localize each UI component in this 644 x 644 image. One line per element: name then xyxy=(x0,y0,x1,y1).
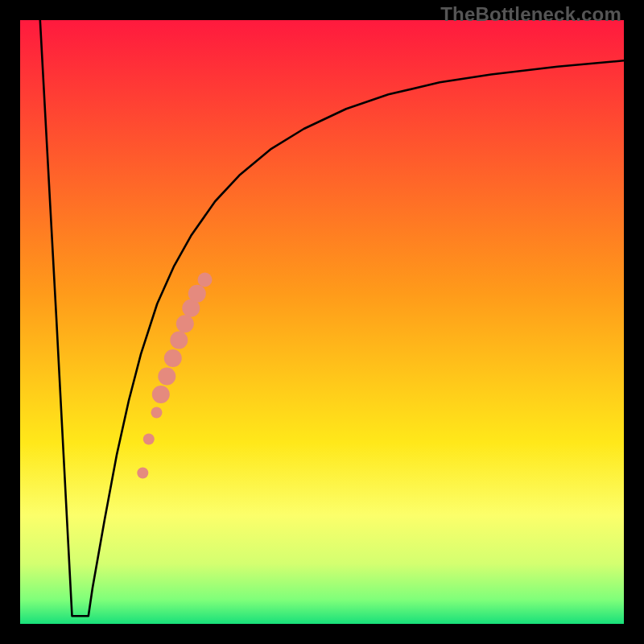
svg-point-4 xyxy=(152,386,170,403)
svg-point-1 xyxy=(137,468,148,479)
chart-stage: TheBottleneck.com xyxy=(0,0,644,644)
watermark-text: TheBottleneck.com xyxy=(440,3,621,26)
svg-point-6 xyxy=(164,349,182,367)
svg-point-11 xyxy=(198,273,213,287)
svg-point-2 xyxy=(143,434,155,445)
svg-point-3 xyxy=(151,407,163,419)
bottleneck-chart xyxy=(0,0,644,644)
svg-point-10 xyxy=(188,285,206,303)
svg-point-7 xyxy=(170,332,188,349)
svg-point-8 xyxy=(176,315,194,332)
plot-background xyxy=(20,20,624,624)
svg-point-5 xyxy=(158,368,175,386)
